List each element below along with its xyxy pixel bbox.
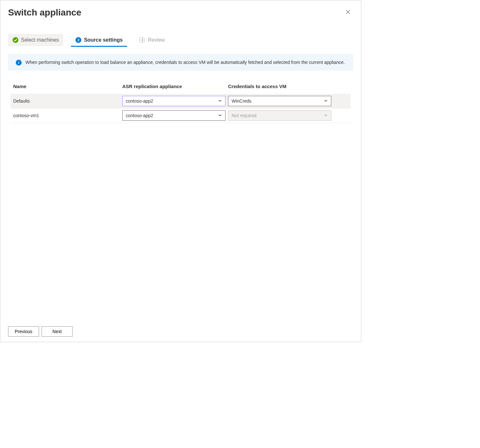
step-number-icon: 3: [139, 37, 145, 43]
column-header-credentials: Credentials to access VM: [228, 84, 331, 89]
tab-review[interactable]: 3 Review: [135, 34, 169, 46]
dropdown-value: contoso-app2: [126, 113, 153, 118]
switch-appliance-panel: Switch appliance Select machines 2 Sourc…: [0, 0, 361, 342]
credentials-dropdown[interactable]: WinCreds: [228, 96, 331, 106]
dropdown-value: contoso-app2: [126, 98, 153, 104]
step-number-icon: 2: [75, 37, 81, 43]
previous-button[interactable]: Previous: [8, 326, 39, 337]
tab-source-settings[interactable]: 2 Source settings: [71, 34, 127, 46]
panel-header: Switch appliance: [8, 7, 353, 18]
close-button[interactable]: [343, 7, 353, 17]
chevron-down-icon: [324, 113, 328, 118]
row-name: contoso-vm1: [13, 113, 120, 118]
info-banner: i When performing switch operation to lo…: [8, 54, 353, 71]
dropdown-value: Not required: [232, 113, 256, 118]
wizard-footer: Previous Next: [8, 326, 353, 337]
chevron-down-icon: [218, 99, 222, 104]
wizard-tabs: Select machines 2 Source settings 3 Revi…: [8, 34, 353, 46]
tab-label: Select machines: [21, 37, 59, 43]
page-title: Switch appliance: [8, 7, 81, 18]
appliance-dropdown[interactable]: contoso-app2: [122, 110, 225, 121]
row-name: Defaults: [13, 98, 120, 104]
next-button[interactable]: Next: [42, 326, 73, 337]
info-icon: i: [16, 60, 22, 66]
credentials-dropdown-disabled: Not required: [228, 110, 331, 121]
appliance-dropdown[interactable]: contoso-app2: [122, 96, 225, 106]
tab-select-machines[interactable]: Select machines: [8, 34, 63, 46]
chevron-down-icon: [324, 99, 328, 104]
chevron-down-icon: [218, 113, 222, 118]
column-header-appliance: ASR replication appliance: [122, 84, 225, 89]
table-header: Name ASR replication appliance Credentia…: [11, 81, 351, 94]
close-icon: [345, 9, 351, 15]
dropdown-value: WinCreds: [232, 98, 251, 104]
table-row: contoso-vm1 contoso-app2 Not required: [11, 108, 351, 123]
machines-table: Name ASR replication appliance Credentia…: [8, 81, 353, 123]
checkmark-icon: [13, 37, 18, 43]
table-row-defaults: Defaults contoso-app2 WinCreds: [11, 94, 351, 108]
tab-label: Review: [148, 37, 165, 43]
column-header-name: Name: [13, 84, 120, 89]
tab-label: Source settings: [84, 37, 123, 43]
info-text: When performing switch operation to load…: [25, 59, 345, 66]
